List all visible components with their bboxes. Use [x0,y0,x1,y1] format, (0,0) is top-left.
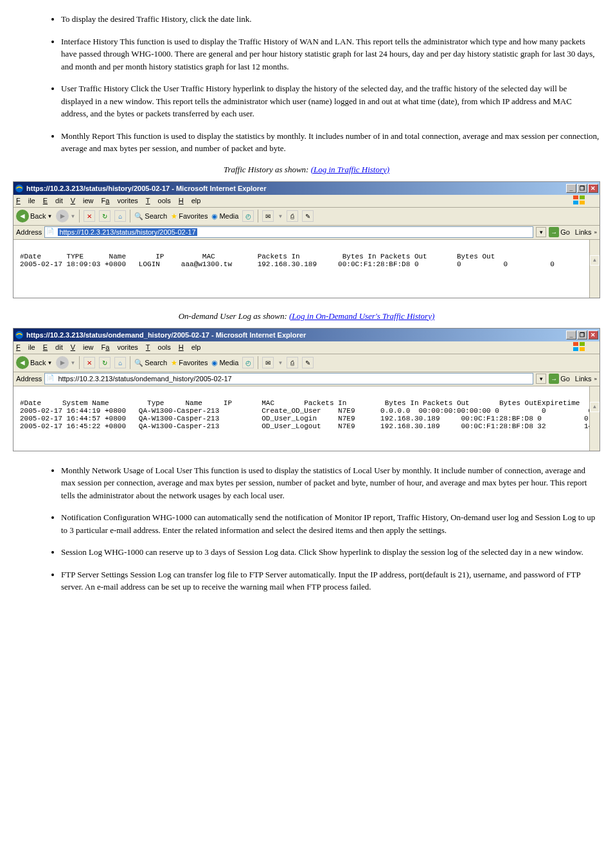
media-label: Media [219,359,238,366]
star-icon: ★ [171,212,177,221]
search-button[interactable]: 🔍 Search [134,212,167,221]
print-button[interactable]: ⎙ [287,210,298,222]
minimize-button[interactable]: _ [566,330,576,339]
svg-rect-2 [580,195,585,199]
search-icon: 🔍 [134,212,143,221]
menu-view[interactable]: View [71,197,94,204]
scrollbar[interactable]: ▲ [589,240,600,298]
links-button[interactable]: Links [575,228,592,236]
edit-button[interactable]: ✎ [302,357,314,368]
maximize-button[interactable]: ❐ [577,184,587,193]
ie-window-history: https://10.2.3.213/status/history/2005-0… [13,181,600,298]
menu-favorites[interactable]: Favorites [102,197,138,204]
table-row: 2005-02-17 16:44:19 +0800 QA-W1300-Caspe… [20,407,600,415]
windows-logo-icon [570,195,589,206]
back-button[interactable]: ◄ Back ▼ [16,210,52,222]
links-button[interactable]: Links [575,375,592,383]
media-button[interactable]: ◉ Media [211,212,238,221]
titlebar: https://10.2.3.213/status/history/2005-0… [13,182,600,195]
menu-edit[interactable]: Edit [43,197,63,204]
chevron-right-icon: » [594,230,597,235]
print-button[interactable]: ⎙ [287,357,298,368]
chevron-down-icon: ▼ [70,213,75,219]
go-button[interactable]: → Go [549,227,570,237]
chevron-down-icon: ▼ [70,360,75,366]
mail-button[interactable]: ✉ [262,210,274,222]
close-button[interactable]: ✕ [588,330,598,339]
caption-link[interactable]: (Log in On-Demand User's Traffic History… [289,311,434,321]
window-title: https://10.2.3.213/status/history/2005-0… [26,185,566,192]
back-button[interactable]: ◄ Back ▼ [16,356,52,369]
chevron-down-icon: ▼ [47,213,52,219]
ie-icon [15,330,24,339]
menu-tools[interactable]: Tools [146,197,171,204]
menu-file[interactable]: File [16,197,35,204]
caption-link[interactable]: (Log in Traffic History) [311,165,389,174]
bullet-item: User Traffic History Click the User Traf… [61,82,600,120]
home-button[interactable]: ⌂ [114,210,126,222]
menu-edit[interactable]: Edit [43,343,63,351]
svg-rect-6 [573,342,578,346]
menu-help[interactable]: Help [179,197,201,204]
table-header: #Date System Name Type Name IP MAC Packe… [20,399,600,407]
search-label: Search [145,359,167,366]
svg-rect-8 [573,347,578,351]
menubar: File Edit View Favorites Tools Help [13,195,600,208]
separator [130,210,130,222]
address-dropdown[interactable]: ▼ [536,374,546,384]
forward-button[interactable]: ► ▼ [56,210,75,222]
page-icon: 📄 [46,374,55,383]
maximize-button[interactable]: ❐ [577,330,587,339]
chevron-down-icon: ▼ [47,360,52,366]
refresh-button[interactable]: ↻ [99,357,111,368]
bullet-item: To display the desired Traffic History, … [61,13,600,26]
ie-window-ondemand: https://10.2.3.213/status/ondemand_histo… [13,328,600,451]
address-bar: Address 📄 https://10.2.3.213/status/onde… [13,372,600,386]
menu-tools[interactable]: Tools [146,343,171,351]
address-dropdown[interactable]: ▼ [536,227,546,237]
media-button[interactable]: ◉ Media [211,359,238,367]
svg-rect-4 [580,201,585,204]
bullet-item: FTP Server Settings Session Log can tran… [61,568,600,593]
window-title: https://10.2.3.213/status/ondemand_histo… [26,331,566,339]
menubar: File Edit View Favorites Tools Help [13,341,600,354]
address-input[interactable]: 📄 https://10.2.3.213/status/history/2005… [44,226,533,238]
address-input[interactable]: 📄 https://10.2.3.213/status/ondemand_his… [44,373,533,384]
menu-help[interactable]: Help [179,343,201,351]
go-button[interactable]: → Go [549,374,570,384]
minimize-button[interactable]: _ [566,184,576,193]
refresh-button[interactable]: ↻ [99,210,111,222]
mail-button[interactable]: ✉ [262,357,274,368]
scrollbar[interactable]: ▲ [589,386,600,451]
content-area: #Date TYPE Name IP MAC Packets In Bytes … [13,240,600,298]
menu-view[interactable]: View [71,343,94,351]
history-button[interactable]: ◴ [242,357,254,368]
media-label: Media [219,212,238,220]
forward-button[interactable]: ► ▼ [56,356,75,369]
svg-rect-9 [580,347,585,351]
stop-button[interactable]: ✕ [84,357,95,368]
stop-button[interactable]: ✕ [84,210,95,222]
history-button[interactable]: ◴ [242,210,254,222]
back-label: Back [30,212,46,220]
scroll-up-icon: ▲ [590,402,600,412]
favorites-button[interactable]: ★ Favorites [171,359,208,367]
menu-favorites[interactable]: Favorites [102,343,138,351]
edit-button[interactable]: ✎ [302,210,314,222]
favorites-button[interactable]: ★ Favorites [171,212,208,221]
home-button[interactable]: ⌂ [114,357,126,368]
content-area: #Date System Name Type Name IP MAC Packe… [13,386,600,451]
separator [130,356,130,369]
close-button[interactable]: ✕ [588,184,598,193]
search-button[interactable]: 🔍 Search [134,359,167,367]
forward-icon: ► [56,210,69,222]
page-icon: 📄 [46,228,55,237]
back-icon: ◄ [16,356,29,369]
svg-rect-1 [573,195,578,199]
media-icon: ◉ [211,212,218,221]
address-text: https://10.2.3.213/status/history/2005-0… [58,228,197,236]
table-row: 2005-02-17 16:44:57 +0800 QA-W1300-Caspe… [20,415,600,422]
menu-file[interactable]: File [16,343,35,351]
address-text: https://10.2.3.213/status/ondemand_histo… [58,375,231,383]
separator [258,356,258,369]
